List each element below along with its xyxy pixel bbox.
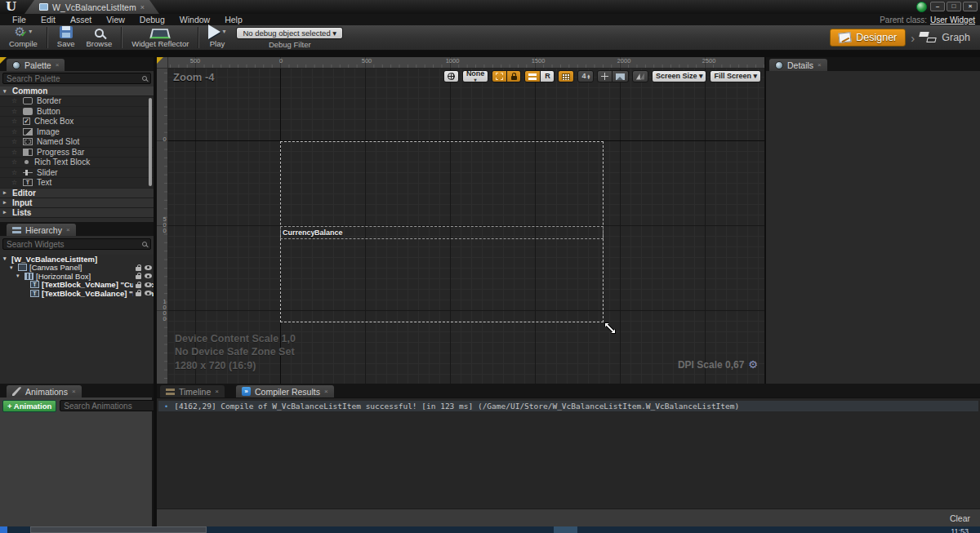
chevron-down-icon[interactable]: ▾ bbox=[10, 264, 16, 271]
palette-item-image[interactable]: ☆Image bbox=[0, 127, 154, 138]
compile-button[interactable]: ⚙✓▾ Compile bbox=[3, 26, 43, 49]
palette-close-icon[interactable]: × bbox=[56, 61, 60, 69]
palette-section-editor[interactable]: ▸Editor bbox=[0, 189, 154, 198]
widget-reflector-button[interactable]: Widget Reflector bbox=[126, 26, 194, 49]
palette-item-text[interactable]: ☆TText bbox=[0, 178, 154, 189]
tab-hierarchy[interactable]: Hierarchy × bbox=[7, 224, 76, 236]
tab-details[interactable]: Details × bbox=[769, 59, 827, 71]
menu-help[interactable]: Help bbox=[217, 15, 250, 24]
palette-scrollbar[interactable] bbox=[149, 98, 152, 186]
favorite-star-icon[interactable]: ☆ bbox=[11, 169, 19, 176]
grid-snap-toggle[interactable] bbox=[558, 70, 574, 82]
palette-section-lists[interactable]: ▸Lists bbox=[0, 208, 154, 218]
favorite-star-icon[interactable]: ☆ bbox=[11, 179, 19, 186]
close-button[interactable]: × bbox=[963, 2, 978, 11]
favorite-star-icon[interactable]: ☆ bbox=[11, 118, 19, 125]
animations-close-icon[interactable]: × bbox=[72, 388, 76, 395]
lock-icon[interactable] bbox=[136, 267, 141, 271]
menu-edit[interactable]: Edit bbox=[33, 15, 63, 24]
compile-dropdown-icon[interactable]: ▾ bbox=[29, 28, 32, 35]
play-dropdown-icon[interactable]: ▾ bbox=[222, 28, 225, 35]
flow-direction-dropdown[interactable]: None▾ bbox=[462, 70, 489, 82]
panel-divider[interactable] bbox=[764, 57, 766, 384]
palette-item-rich-text-block[interactable]: ☆Rich Text Block bbox=[0, 158, 154, 168]
tree-row-textblock-vcbalance[interactable]: [TextBlock_VcBalance] "Balance bbox=[0, 289, 154, 298]
preview-currency-text[interactable]: Currency bbox=[283, 229, 315, 237]
start-button[interactable] bbox=[0, 526, 7, 533]
log-entry-row[interactable]: • [4162,29] Compile of W_VcBalanceListIt… bbox=[158, 401, 978, 411]
palette-search-input[interactable] bbox=[7, 74, 142, 83]
parent-class-link[interactable]: User Widget bbox=[930, 16, 975, 24]
tree-row-root[interactable]: ▾ [W_VcBalanceListItem] bbox=[0, 255, 154, 264]
gear-icon[interactable]: ⚙ bbox=[748, 358, 758, 371]
play-button[interactable]: ▾ Play bbox=[203, 26, 231, 49]
palette-item-border[interactable]: ☆Border bbox=[0, 96, 154, 107]
tree-row-horizontal-box[interactable]: ▾ [Horizontal Box] bbox=[0, 272, 154, 281]
transform-mode-button[interactable] bbox=[597, 70, 612, 82]
lock-widgets-toggle[interactable] bbox=[507, 70, 521, 82]
timeline-close-icon[interactable]: × bbox=[215, 388, 219, 395]
menu-file[interactable]: File bbox=[5, 15, 33, 24]
palette-item-checkbox[interactable]: ☆✓Check Box bbox=[0, 117, 154, 127]
graph-mode-button[interactable]: Graph bbox=[920, 32, 970, 43]
lock-icon[interactable] bbox=[136, 284, 141, 288]
palette-item-slider[interactable]: ☆Slider bbox=[0, 168, 154, 179]
menu-asset[interactable]: Asset bbox=[63, 15, 99, 24]
menu-debug[interactable]: Debug bbox=[132, 15, 172, 24]
designer-canvas[interactable]: Zoom -4 None▾ R 4▴▾ Sc bbox=[168, 69, 764, 384]
panel-divider[interactable] bbox=[154, 57, 157, 526]
favorite-star-icon[interactable]: ☆ bbox=[11, 149, 19, 156]
debug-filter-dropdown[interactable]: No debug object selected ▾ bbox=[236, 27, 343, 39]
respect-locks-toggle[interactable]: R bbox=[541, 70, 555, 82]
spinner-arrows-icon[interactable]: ▴▾ bbox=[587, 74, 590, 79]
visibility-eye-icon[interactable] bbox=[145, 273, 152, 278]
tab-close-icon[interactable]: × bbox=[140, 3, 145, 11]
palette-item-named-slot[interactable]: ☆Named Slot bbox=[0, 137, 154, 148]
document-tab[interactable]: W_VcBalanceListItem × bbox=[24, 0, 159, 14]
browse-button[interactable]: Browse bbox=[81, 26, 118, 49]
compiler-close-icon[interactable]: × bbox=[324, 388, 328, 395]
menu-view[interactable]: View bbox=[99, 15, 132, 24]
tree-row-canvas-panel[interactable]: ▾ [Canvas Panel] bbox=[0, 264, 154, 273]
hierarchy-search-input[interactable] bbox=[7, 240, 142, 249]
tab-palette[interactable]: Palette × bbox=[7, 59, 65, 71]
designer-mode-button[interactable]: Designer bbox=[830, 29, 906, 47]
maximize-button[interactable]: □ bbox=[947, 2, 961, 11]
tab-compiler-results[interactable]: » Compiler Results × bbox=[236, 385, 334, 398]
grid-snap-size-stepper[interactable]: 4▴▾ bbox=[577, 70, 594, 82]
dashed-outline-toggle[interactable] bbox=[492, 70, 507, 82]
localization-preview-button[interactable] bbox=[443, 70, 459, 82]
mirror-safe-zones-button[interactable] bbox=[632, 70, 648, 82]
save-button[interactable]: Save bbox=[51, 26, 81, 49]
clear-log-button[interactable]: Clear bbox=[950, 513, 970, 523]
favorite-star-icon[interactable]: ☆ bbox=[11, 97, 19, 104]
menu-window[interactable]: Window bbox=[172, 15, 217, 24]
palette-item-button[interactable]: ☆Button bbox=[0, 107, 154, 118]
chevron-down-icon[interactable]: ▾ bbox=[16, 273, 22, 279]
hierarchy-close-icon[interactable]: × bbox=[66, 226, 70, 233]
details-close-icon[interactable]: × bbox=[817, 61, 822, 69]
taskbar-tray-button[interactable] bbox=[554, 526, 577, 533]
palette-item-progress-bar[interactable]: ☆Progress Bar bbox=[0, 148, 154, 158]
screen-size-dropdown[interactable]: Screen Size ▾ bbox=[652, 70, 707, 82]
favorite-star-icon[interactable]: ☆ bbox=[11, 108, 19, 115]
preview-background-button[interactable] bbox=[612, 70, 629, 82]
add-animation-button[interactable]: + Animation bbox=[2, 400, 56, 412]
tab-timeline[interactable]: Timeline × bbox=[160, 385, 225, 398]
visibility-eye-icon[interactable] bbox=[145, 291, 152, 295]
favorite-star-icon[interactable]: ☆ bbox=[11, 128, 19, 135]
visibility-eye-icon[interactable] bbox=[145, 282, 152, 287]
tab-animations[interactable]: Animations × bbox=[7, 385, 82, 398]
lock-icon[interactable] bbox=[136, 292, 141, 296]
visibility-eye-icon[interactable] bbox=[145, 265, 152, 270]
minimize-button[interactable]: – bbox=[930, 2, 945, 11]
palette-section-input[interactable]: ▸Input bbox=[0, 198, 154, 208]
outlines-toggle[interactable] bbox=[524, 70, 541, 82]
chevron-down-icon[interactable]: ▾ bbox=[3, 255, 9, 262]
lock-icon[interactable] bbox=[136, 275, 141, 279]
resize-cursor-icon[interactable] bbox=[604, 322, 617, 338]
favorite-star-icon[interactable]: ☆ bbox=[11, 138, 19, 145]
fill-screen-dropdown[interactable]: Fill Screen ▾ bbox=[710, 70, 761, 82]
preview-balance-text[interactable]: Balance bbox=[314, 229, 343, 237]
taskbar-app-button[interactable] bbox=[30, 526, 207, 533]
